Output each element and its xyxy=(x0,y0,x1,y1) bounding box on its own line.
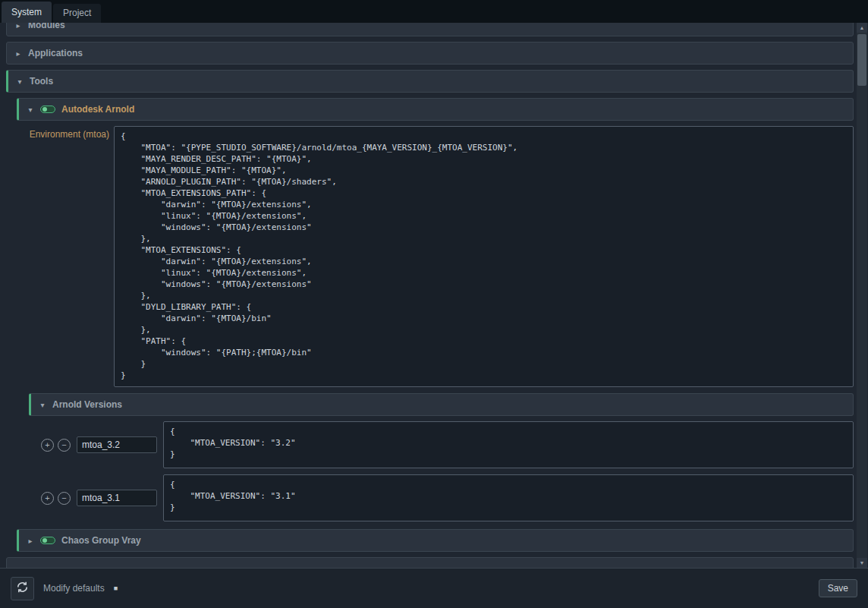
environment-row: Environment (mtoa) { "MTOA": "{PYPE_STUD… xyxy=(17,126,854,387)
group-autodesk-arnold[interactable]: ▾ Autodesk Arnold xyxy=(17,98,854,121)
add-version-button[interactable]: + xyxy=(41,492,54,505)
footer-bar: Modify defaults ■ Save xyxy=(0,568,868,608)
remove-version-button[interactable]: − xyxy=(58,492,71,505)
section-applications[interactable]: ▸ Applications xyxy=(6,42,854,65)
tools-children: ▾ Autodesk Arnold Environment (mtoa) { "… xyxy=(17,98,854,552)
refresh-icon xyxy=(16,581,29,596)
chevron-right-icon: ▸ xyxy=(14,49,22,58)
section-tools[interactable]: ▾ Tools xyxy=(6,70,854,93)
version-value-field[interactable]: { "MTOA_VERSION": "3.1" } xyxy=(163,474,854,521)
tab-system[interactable]: System xyxy=(2,2,52,23)
group-arnold-versions-label: Arnold Versions xyxy=(52,399,122,410)
arnold-enabled-toggle[interactable] xyxy=(40,106,55,113)
group-arnold-versions[interactable]: ▾ Arnold Versions xyxy=(29,393,854,416)
group-autodesk-arnold-label: Autodesk Arnold xyxy=(61,104,134,115)
save-button[interactable]: Save xyxy=(819,579,857,597)
version-key-input[interactable] xyxy=(77,436,157,453)
group-chaos-vray[interactable]: ▸ Chaos Group Vray xyxy=(17,529,854,552)
toggle-knob xyxy=(42,107,47,112)
chevron-down-icon: ▾ xyxy=(27,106,34,114)
tab-project[interactable]: Project xyxy=(53,4,101,23)
scroll-up-arrow-icon[interactable]: ▲ xyxy=(857,23,867,33)
refresh-button[interactable] xyxy=(11,577,34,600)
modify-defaults-label: Modify defaults xyxy=(43,583,105,594)
version-row-mtoa-3-2: + − { "MTOA_VERSION": "3.2" } xyxy=(41,421,854,468)
vertical-scrollbar[interactable]: ▲ ▼ xyxy=(857,23,867,568)
section-modules-label: Modules xyxy=(28,23,65,30)
environment-mtoa-label: Environment (mtoa) xyxy=(17,126,109,387)
tab-bar: System Project xyxy=(0,0,868,23)
remove-version-button[interactable]: − xyxy=(58,439,71,452)
scrollbar-track[interactable] xyxy=(857,33,867,558)
chevron-right-icon: ▸ xyxy=(14,23,22,30)
section-modules[interactable]: ▸ Modules xyxy=(6,23,854,36)
settings-window: System Project ▸ Modules ▸ Applications … xyxy=(0,0,868,608)
settings-content: ▸ Modules ▸ Applications ▾ Tools ▾ Autod… xyxy=(0,23,868,568)
toggle-knob xyxy=(42,538,47,543)
version-key-input[interactable] xyxy=(77,490,157,506)
environment-mtoa-field[interactable]: { "MTOA": "{PYPE_STUDIO_SOFTWARE}/arnold… xyxy=(114,126,854,387)
version-value-field[interactable]: { "MTOA_VERSION": "3.2" } xyxy=(163,421,854,468)
chevron-down-icon: ▾ xyxy=(39,401,46,409)
section-partially-visible[interactable] xyxy=(6,557,854,568)
settings-scroll-area: ▸ Modules ▸ Applications ▾ Tools ▾ Autod… xyxy=(0,23,868,568)
section-tools-label: Tools xyxy=(30,76,53,87)
group-chaos-vray-label: Chaos Group Vray xyxy=(61,535,141,546)
version-row-mtoa-3-1: + − { "MTOA_VERSION": "3.1" } xyxy=(41,474,854,521)
chevron-down-icon: ▾ xyxy=(16,77,24,86)
scroll-down-arrow-icon[interactable]: ▼ xyxy=(857,558,867,568)
add-version-button[interactable]: + xyxy=(41,439,54,452)
section-applications-label: Applications xyxy=(28,48,83,58)
modify-defaults-checkbox[interactable]: ■ xyxy=(114,585,118,592)
vray-enabled-toggle[interactable] xyxy=(40,537,55,544)
chevron-right-icon: ▸ xyxy=(27,537,34,545)
scrollbar-thumb[interactable] xyxy=(857,34,866,86)
arnold-versions-block: ▾ Arnold Versions + − { "MTOA_VERSION": … xyxy=(29,393,854,521)
